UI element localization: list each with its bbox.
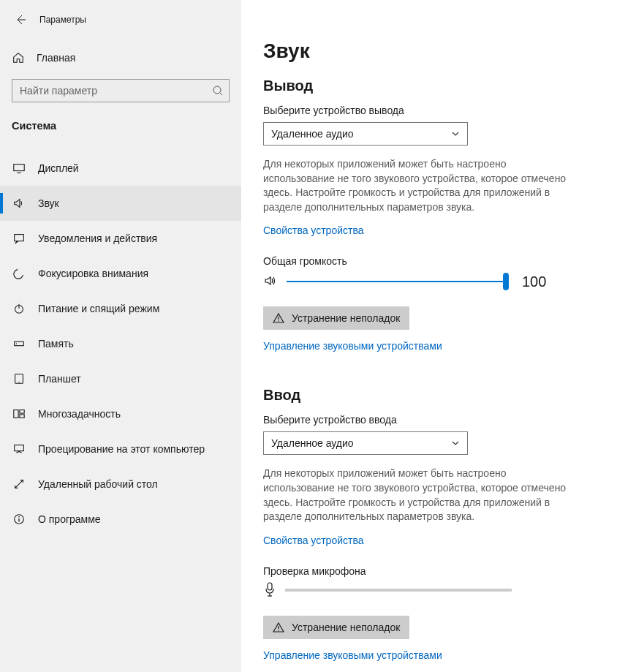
svg-rect-5 — [15, 235, 24, 241]
section-title: Система — [0, 102, 241, 139]
svg-rect-22 — [268, 583, 272, 590]
nav-label: Проецирование на этот компьютер — [38, 443, 205, 455]
output-device-select[interactable]: Удаленное аудио — [263, 122, 468, 146]
back-arrow-icon — [15, 14, 26, 26]
nav-label: Память — [38, 338, 74, 350]
slider-thumb[interactable] — [503, 273, 509, 290]
back-button[interactable] — [6, 5, 35, 34]
svg-rect-3 — [14, 165, 24, 171]
nav-item-display[interactable]: Дисплей — [0, 151, 241, 186]
svg-point-11 — [18, 382, 19, 382]
svg-line-16 — [15, 480, 23, 488]
app-title: Параметры — [39, 15, 86, 25]
search-input[interactable] — [12, 79, 230, 102]
output-helper: Для некоторых приложений может быть наст… — [263, 157, 570, 214]
sidebar: Параметры Главная Система Дисплей Звук У… — [0, 0, 241, 672]
svg-rect-14 — [20, 415, 24, 418]
chevron-down-icon — [451, 439, 460, 448]
warning-icon — [273, 622, 284, 633]
input-helper: Для некоторых приложений может быть наст… — [263, 467, 570, 524]
search-box[interactable] — [12, 79, 230, 102]
nav-home[interactable]: Главная — [0, 42, 241, 73]
power-icon — [12, 302, 26, 315]
svg-rect-12 — [14, 410, 18, 418]
output-heading: Вывод — [263, 78, 617, 94]
nav-label: Питание и спящий режим — [38, 303, 159, 314]
nav-item-notifications[interactable]: Уведомления и действия — [0, 221, 241, 256]
microphone-icon — [263, 581, 276, 600]
nav-item-focus[interactable]: Фокусировка внимания — [0, 256, 241, 291]
input-manage-link[interactable]: Управление звуковыми устройствами — [263, 649, 442, 661]
nav-label: О программе — [38, 513, 101, 525]
search-icon — [212, 85, 224, 97]
main-content: Звук Вывод Выберите устройство вывода Уд… — [241, 0, 617, 672]
mic-level-bar — [285, 589, 512, 592]
output-manage-link[interactable]: Управление звуковыми устройствами — [263, 340, 442, 352]
warning-icon — [273, 312, 284, 324]
input-device-props-link[interactable]: Свойства устройства — [263, 535, 364, 546]
page-title: Звук — [263, 39, 617, 63]
nav-item-remote[interactable]: Удаленный рабочий стол — [0, 467, 241, 502]
about-icon — [12, 513, 26, 526]
nav-list: Дисплей Звук Уведомления и действия Фоку… — [0, 151, 241, 537]
volume-slider[interactable] — [287, 273, 506, 290]
nav-label: Звук — [38, 197, 59, 209]
sound-icon — [12, 197, 26, 210]
speaker-icon — [263, 273, 278, 290]
volume-row: 100 — [263, 273, 617, 290]
nav-item-storage[interactable]: Память — [0, 326, 241, 361]
nav-label: Планшет — [38, 373, 81, 385]
svg-rect-13 — [20, 410, 24, 414]
nav-label: Фокусировка внимания — [38, 268, 148, 279]
svg-point-19 — [18, 516, 20, 518]
svg-point-9 — [16, 343, 17, 344]
nav-item-about[interactable]: О программе — [0, 502, 241, 537]
svg-point-1 — [213, 86, 221, 94]
output-device-selected: Удаленное аудио — [271, 128, 354, 140]
output-troubleshoot-button[interactable]: Устранение неполадок — [263, 306, 409, 330]
tablet-icon — [12, 372, 26, 385]
mic-test-row — [263, 581, 617, 600]
remote-icon — [12, 477, 26, 491]
multitask-icon — [12, 407, 26, 420]
nav-label: Дисплей — [38, 162, 79, 174]
nav-item-sound[interactable]: Звук — [0, 186, 241, 221]
input-select-label: Выберите устройство ввода — [263, 414, 617, 426]
display-icon — [12, 162, 26, 175]
svg-rect-8 — [15, 341, 24, 345]
storage-icon — [12, 337, 26, 350]
nav-item-power[interactable]: Питание и спящий режим — [0, 291, 241, 326]
input-troubleshoot-button[interactable]: Устранение неполадок — [263, 616, 409, 639]
focus-icon — [12, 267, 26, 280]
nav-home-label: Главная — [37, 52, 75, 64]
nav-label: Удаленный рабочий стол — [38, 478, 158, 490]
svg-point-21 — [278, 321, 279, 322]
nav-label: Уведомления и действия — [38, 233, 157, 244]
header: Параметры — [0, 0, 241, 32]
volume-label: Общая громкость — [263, 255, 617, 267]
output-select-label: Выберите устройство вывода — [263, 105, 617, 116]
button-label: Устранение неполадок — [292, 622, 400, 633]
input-device-selected: Удаленное аудио — [271, 437, 354, 449]
nav-label: Многозадачность — [38, 408, 121, 420]
volume-value: 100 — [522, 273, 546, 290]
nav-item-tablet[interactable]: Планшет — [0, 361, 241, 396]
home-icon — [12, 51, 25, 64]
svg-point-26 — [278, 630, 279, 630]
input-device-select[interactable]: Удаленное аудио — [263, 431, 468, 455]
slider-track — [287, 281, 506, 282]
projecting-icon — [12, 442, 26, 456]
nav-item-projecting[interactable]: Проецирование на этот компьютер — [0, 431, 241, 467]
notifications-icon — [12, 232, 26, 245]
input-heading: Ввод — [263, 387, 617, 404]
output-device-props-link[interactable]: Свойства устройства — [263, 224, 364, 236]
button-label: Устранение неполадок — [292, 312, 400, 324]
svg-rect-15 — [15, 445, 24, 451]
chevron-down-icon — [451, 129, 460, 138]
mic-test-label: Проверка микрофона — [263, 565, 617, 577]
nav-item-multitask[interactable]: Многозадачность — [0, 396, 241, 431]
svg-line-2 — [220, 93, 222, 95]
